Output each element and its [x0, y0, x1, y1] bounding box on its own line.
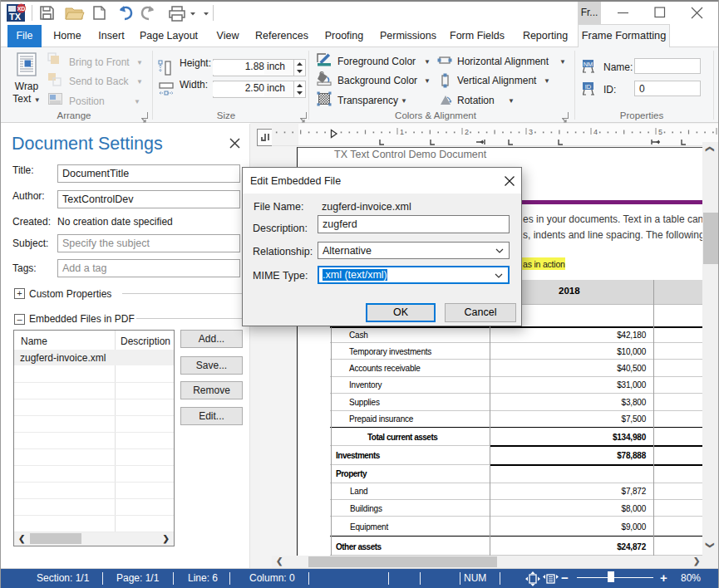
- svg-text:2: 2: [465, 128, 469, 136]
- svg-text:TX: TX: [9, 12, 22, 22]
- svg-text:XD: XD: [17, 6, 26, 12]
- svg-text:ID: ID: [585, 83, 592, 91]
- svg-text:3: 3: [529, 128, 533, 136]
- svg-text:4: 4: [593, 128, 598, 136]
- svg-text:5: 5: [658, 128, 662, 136]
- svg-text:1: 1: [400, 128, 404, 136]
- svg-text:NM: NM: [584, 61, 593, 68]
